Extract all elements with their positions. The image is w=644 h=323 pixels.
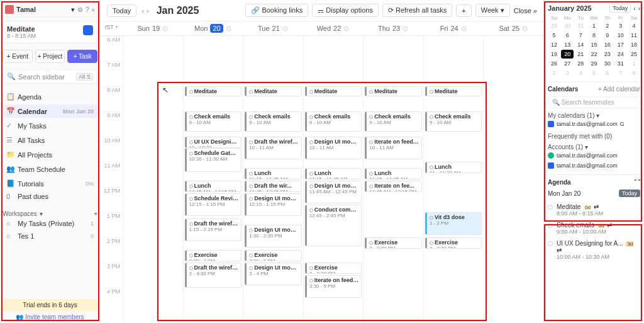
calendar-event[interactable]: UI UX Designing f...10 - 10:30 (185, 137, 242, 148)
minical-day[interactable]: 6 (601, 69, 614, 77)
workspace-item[interactable]: ○Tes 10 (3, 230, 97, 242)
calendar-event[interactable]: Design UI mockups3 - 4 PM (245, 263, 302, 285)
calendar-event[interactable]: Check emails9 - 10 AM (305, 111, 362, 132)
calendar-event[interactable]: Exercise2 - 2:30 PM (365, 237, 422, 249)
minical-day[interactable]: 29 (587, 59, 600, 68)
day-column-thu[interactable]: MeditateCheck emails9 - 10 AMIterate on … (363, 36, 423, 323)
calendar-event[interactable]: Design UI mockups10 - 11 AM (305, 137, 362, 159)
chevron-down-icon[interactable]: ▾ (71, 6, 75, 14)
minical-day[interactable]: 30 (601, 59, 614, 68)
calendar-event[interactable]: Draft the wireframes1:15 - 2:15 PM (185, 218, 242, 241)
past-dues[interactable]: 0 Past dues (3, 190, 97, 203)
search-input[interactable]: 🔍 Search sidebar Alt S (3, 69, 97, 84)
calendar-event[interactable]: Check emails9 - 10 AM (425, 111, 482, 132)
nav-tutorials[interactable]: 📘Tutorials0% (3, 177, 97, 190)
day-menu-icon[interactable]: ⊙ (343, 25, 349, 33)
agenda-item[interactable]: Check emails 0d ⇄9:00 AM - 10:00 AM (548, 219, 640, 237)
minical-day[interactable]: 4 (628, 21, 640, 30)
minical-day[interactable]: 2 (601, 21, 614, 30)
prev-week-icon[interactable]: ‹ (142, 7, 144, 14)
calendar-event[interactable]: Iterate on feedback3:30 - 5 PM (305, 275, 362, 298)
minical-day[interactable]: 20 (561, 50, 574, 59)
collapse-icon[interactable]: « (91, 6, 95, 13)
calendar-event[interactable]: Lunch11 - 11:30 AM (425, 162, 482, 173)
day-header[interactable]: Wed 22 ⊙ (303, 24, 364, 33)
my-calendars-header[interactable]: My calendars (1) ▾ (548, 112, 640, 119)
minical-day[interactable]: 5 (587, 69, 600, 77)
close-button[interactable]: Close » (514, 7, 537, 14)
day-header[interactable]: Sun 19 ⊙ (123, 24, 183, 33)
minical-day[interactable]: 2 (548, 69, 560, 77)
nav-team-schedule[interactable]: 👥Team Schedule (3, 162, 97, 176)
day-column-sun[interactable] (123, 36, 183, 323)
nav-calendar[interactable]: 📅CalendarMon Jan 20 (3, 105, 97, 118)
invite-link[interactable]: 👥 Invite team members (3, 314, 97, 320)
calendar-event[interactable]: Exercise3 - 3:30 PM (305, 263, 362, 274)
minical-day[interactable]: 16 (601, 40, 614, 49)
calendar-event[interactable]: Meditate (245, 86, 302, 96)
calendar-event[interactable]: Lunch11:15 - 11:45 AM (245, 168, 302, 179)
calendar-account[interactable]: tamal.tr.das@gmail.com (548, 161, 640, 171)
today-button[interactable]: Today (107, 4, 136, 17)
calendar-event[interactable]: Design UI mockups11:45 AM - 12:45 PM (305, 181, 362, 203)
minical-day[interactable]: 24 (614, 50, 627, 59)
calendar-event[interactable]: Lunch11:15 - 11:45 AM (305, 168, 362, 179)
day-menu-icon[interactable]: ⊙ (162, 25, 168, 33)
day-menu-icon[interactable]: ⊙ (522, 25, 528, 33)
day-column-mon[interactable]: MeditateCheck emails9 - 10 AMUI UX Desig… (183, 36, 243, 323)
minical-day[interactable]: 13 (561, 40, 574, 49)
calendar-event[interactable]: Iterate on fee...11:45 AM - 12:15 PM (365, 181, 422, 192)
calendar-event[interactable]: Schedule Review design with...12:15 - 1:… (185, 193, 242, 216)
new-project-button[interactable]: + Project (35, 50, 65, 63)
accounts-header[interactable]: Accounts (1) ▾ (548, 144, 640, 150)
day-column-tue[interactable]: MeditateCheck emails9 - 10 AMDraft the w… (243, 36, 303, 323)
minical-prev-icon[interactable]: ‹ (633, 5, 635, 12)
calendar-event[interactable]: Draft the wireframes10 - 11 AM (245, 137, 302, 159)
day-menu-icon[interactable]: ⊙ (226, 25, 231, 33)
minical-day[interactable]: 21 (574, 50, 587, 59)
day-menu-icon[interactable]: ⊙ (402, 25, 408, 33)
task-indicator[interactable] (83, 25, 93, 35)
agenda-collapse-icon[interactable]: ˆ (635, 179, 636, 186)
minical-day[interactable]: 27 (561, 59, 574, 68)
minical-today-button[interactable]: Today (609, 4, 631, 13)
day-header[interactable]: Sat 25 ⊙ (483, 24, 543, 33)
help-icon[interactable]: ? (86, 6, 89, 13)
day-menu-icon[interactable]: ⊙ (282, 25, 288, 33)
calendar-event[interactable]: Check emails9 - 10 AM (365, 111, 422, 132)
agenda-item[interactable]: Meditate 0d ⇄8:00 AM - 8:15 AM (548, 201, 640, 219)
minical-day[interactable]: 4 (574, 69, 587, 77)
minical-day[interactable]: 12 (548, 40, 560, 49)
view-selector[interactable]: Week ▾ (475, 4, 510, 17)
calendar-event[interactable]: Draft the wireframes3 - 4:30 PM (185, 263, 242, 288)
calendar-event[interactable]: Meditate (185, 86, 242, 96)
calendar-event[interactable]: Exercise2:30 - 3 PM (245, 250, 302, 261)
next-week-icon[interactable]: › (147, 7, 149, 14)
day-menu-icon[interactable]: ⊙ (461, 25, 467, 33)
calendar-account[interactable]: tamal.tr.das@gmail.com (548, 150, 640, 161)
calendar-event[interactable]: Iterate on feedback10 - 11 AM (365, 137, 422, 159)
calendar-event[interactable]: Exercise2 - 2:30 PM (425, 237, 482, 249)
minical-day[interactable]: 8 (587, 31, 600, 40)
nav-agenda[interactable]: 📋Agenda (3, 90, 97, 103)
minical-day[interactable]: 31 (574, 21, 587, 30)
current-task-card[interactable]: Meditate 8 - 8:15 AM (3, 21, 97, 43)
day-column-sat[interactable] (483, 36, 543, 323)
calendar-event[interactable]: Design UI mockups1:30 - 2:30 PM (245, 225, 302, 247)
calendar-event[interactable]: Exercise2:30 - 3 PM (185, 250, 242, 261)
day-column-wed[interactable]: MeditateCheck emails9 - 10 AMDesign UI m… (303, 36, 364, 323)
calendar-event[interactable]: Meditate (305, 86, 362, 96)
minical-day[interactable]: 17 (614, 40, 627, 49)
minical-day[interactable]: 25 (628, 50, 640, 59)
calendar-event[interactable]: Draft the wir...11:45 - 12:15 PM (245, 181, 302, 192)
nav-all-tasks[interactable]: ☰All Tasks (3, 133, 97, 147)
calendar-event[interactable]: Meditate (425, 86, 482, 96)
teammate-search[interactable]: 🔍 Search teammates (548, 96, 640, 108)
minical-day[interactable]: 14 (574, 40, 587, 49)
day-header[interactable]: Thu 23 ⊙ (363, 24, 423, 33)
day-header[interactable]: Mon 20 ⊙ (183, 24, 243, 33)
minical-day[interactable]: 3 (561, 69, 574, 77)
calendar-event[interactable]: Vit d3 dose1 - 2 PM (425, 212, 482, 235)
trial-banner[interactable]: Trial ends in 6 days (3, 299, 97, 311)
minical-day[interactable]: 9 (601, 31, 614, 40)
